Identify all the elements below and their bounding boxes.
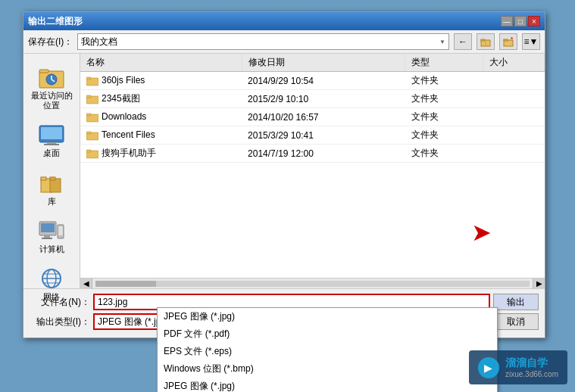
- file-date-cell: 2014/10/20 16:57: [242, 108, 405, 126]
- svg-rect-14: [44, 144, 59, 145]
- file-list-area: 名称 修改日期 类型 大小 360js Files2014/9/29 10:54…: [80, 54, 545, 288]
- folder-icon: [86, 94, 98, 104]
- file-name-cell: Downloads: [80, 108, 242, 126]
- svg-rect-18: [50, 177, 55, 180]
- brand-url: zixue.3d66.com: [505, 370, 558, 378]
- back-button[interactable]: ←: [454, 33, 472, 50]
- col-date: 修改日期: [242, 54, 405, 72]
- sidebar-item-recent[interactable]: 最近访问的位置: [26, 60, 77, 114]
- folder-icon: [86, 130, 98, 141]
- recent-icon: [38, 64, 65, 91]
- file-type-cell: 文件夹: [405, 90, 483, 108]
- dropdown-item[interactable]: EPS 文件 (*.eps): [158, 343, 497, 360]
- col-name: 名称: [80, 54, 242, 72]
- watermark-icon: ▶: [478, 357, 499, 378]
- watermark-text: 溜溜自学 zixue.3d66.com: [505, 356, 558, 378]
- file-name-cell: 360js Files: [80, 72, 242, 90]
- filetype-dropdown: JPEG 图像 (*.jpg)PDF 文件 (*.pdf)EPS 文件 (*.e…: [157, 307, 498, 392]
- svg-rect-7: [39, 70, 48, 73]
- file-size-cell: [483, 126, 545, 145]
- watermark: ▶ 溜溜自学 zixue.3d66.com: [469, 350, 567, 384]
- svg-rect-16: [41, 177, 46, 180]
- svg-rect-31: [86, 77, 91, 79]
- main-area: 最近访问的位置 桌面: [23, 54, 545, 288]
- file-type-cell: 文件夹: [405, 108, 483, 126]
- svg-rect-12: [41, 127, 62, 139]
- file-date-cell: 2014/9/29 10:54: [242, 72, 405, 90]
- table-row[interactable]: Downloads2014/10/20 16:57文件夹: [80, 108, 545, 126]
- dialog-title: 输出二维图形: [28, 15, 83, 28]
- titlebar: 输出二维图形 — □ ×: [23, 12, 545, 30]
- minimize-button[interactable]: —: [501, 16, 513, 26]
- svg-rect-20: [41, 223, 55, 232]
- sidebar: 最近访问的位置 桌面: [23, 54, 80, 288]
- scrollbar-track[interactable]: [95, 281, 530, 287]
- dialog-window: 输出二维图形 — □ × 保存在(I)： 我的文档 ▼ ← ↑ *: [23, 11, 545, 338]
- dropdown-item[interactable]: JPEG 图像 (*.jpg): [158, 308, 497, 325]
- table-row[interactable]: Tencent Files2015/3/29 10:41文件夹: [80, 126, 545, 145]
- svg-rect-22: [42, 238, 52, 239]
- up-button[interactable]: ↑: [477, 33, 495, 50]
- svg-rect-35: [86, 114, 91, 116]
- play-icon: ▶: [484, 362, 492, 374]
- view-button[interactable]: ≡▼: [522, 33, 540, 50]
- current-folder-text: 我的文档: [81, 36, 117, 48]
- sidebar-computer-label: 计算机: [39, 244, 64, 254]
- svg-rect-4: [504, 39, 508, 41]
- sidebar-item-desktop[interactable]: 桌面: [26, 117, 77, 162]
- scroll-left-btn[interactable]: ◀: [80, 278, 92, 289]
- sidebar-recent-label: 最近访问的位置: [28, 91, 75, 110]
- library-icon: [38, 170, 65, 197]
- folder-combo[interactable]: 我的文档 ▼: [77, 33, 449, 50]
- table-row[interactable]: 搜狗手机助手2014/7/19 12:00文件夹: [80, 145, 545, 163]
- up-folder-icon: ↑: [480, 36, 491, 47]
- file-date-cell: 2014/7/19 12:00: [242, 145, 405, 163]
- svg-rect-37: [86, 132, 91, 134]
- file-type-cell: 文件夹: [405, 72, 483, 90]
- output-button[interactable]: 输出: [493, 294, 539, 310]
- save-in-label: 保存在(I)：: [28, 36, 73, 48]
- file-size-cell: [483, 145, 545, 163]
- table-row[interactable]: 2345截图2015/2/9 10:10文件夹: [80, 90, 545, 108]
- new-folder-icon: *: [503, 36, 514, 47]
- folder-icon: [86, 148, 98, 159]
- dropdown-item[interactable]: Windows 位图 (*.bmp): [158, 360, 497, 378]
- sidebar-item-library[interactable]: 库: [26, 166, 77, 210]
- folder-icon: [86, 76, 98, 86]
- files-table: 名称 修改日期 类型 大小 360js Files2014/9/29 10:54…: [80, 54, 545, 163]
- file-size-cell: [483, 72, 545, 90]
- new-folder-button[interactable]: *: [499, 33, 517, 50]
- desktop-icon: [38, 121, 65, 148]
- computer-icon: [38, 217, 65, 244]
- svg-rect-24: [58, 226, 63, 235]
- svg-rect-33: [86, 95, 91, 98]
- file-size-cell: [483, 90, 545, 108]
- combo-arrow-icon: ▼: [439, 39, 445, 45]
- maximize-button[interactable]: □: [514, 16, 527, 26]
- table-row[interactable]: 360js Files2014/9/29 10:54文件夹: [80, 72, 545, 90]
- sidebar-desktop-label: 桌面: [43, 148, 60, 158]
- svg-rect-17: [50, 179, 61, 192]
- file-name-cell: Tencent Files: [80, 126, 242, 145]
- col-type: 类型: [405, 54, 483, 72]
- file-name-cell: 2345截图: [80, 90, 242, 108]
- file-type-cell: 文件夹: [405, 126, 483, 145]
- titlebar-buttons: — □ ×: [501, 16, 540, 26]
- sidebar-item-computer[interactable]: 计算机: [26, 213, 77, 258]
- svg-text:↑: ↑: [484, 41, 487, 46]
- filetype-label: 输出类型(I)：: [30, 316, 90, 328]
- file-date-cell: 2015/3/29 10:41: [242, 126, 405, 145]
- folder-icon: [86, 112, 98, 123]
- dropdown-item[interactable]: PDF 文件 (*.pdf): [158, 325, 497, 343]
- file-type-cell: 文件夹: [405, 145, 483, 163]
- horizontal-scrollbar[interactable]: ◀ ▶: [80, 278, 545, 288]
- svg-rect-39: [86, 150, 91, 152]
- dropdown-item[interactable]: JPEG 图像 (*.jpg): [158, 378, 497, 392]
- close-button[interactable]: ×: [528, 16, 540, 26]
- network-icon: [38, 265, 65, 292]
- cancel-button[interactable]: 取消: [493, 313, 539, 330]
- brand-name: 溜溜自学: [505, 356, 558, 370]
- red-arrow-indicator: ➤: [471, 219, 492, 248]
- scroll-right-btn[interactable]: ▶: [533, 278, 545, 289]
- scrollbar-thumb[interactable]: [95, 281, 156, 287]
